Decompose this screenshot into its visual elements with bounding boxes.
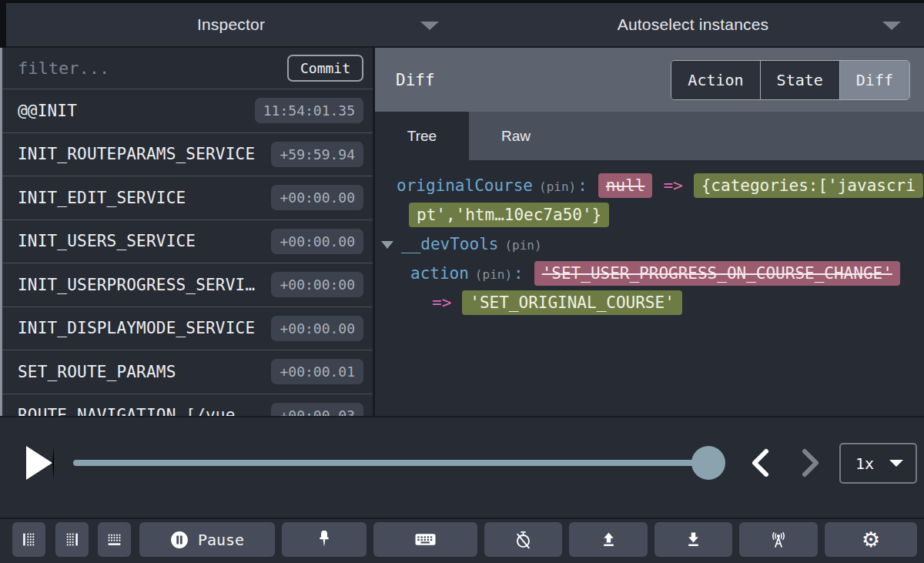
chevron-left-icon <box>748 447 772 478</box>
diff-row-original-course-wrap: pt','htm…10ec7a50'} <box>409 200 924 230</box>
action-timestamp: +00:00.03 <box>271 403 363 416</box>
dock-bottom-icon <box>106 531 122 548</box>
import-button[interactable] <box>654 522 732 557</box>
diff-panel: Diff Action State Diff Tree Raw original… <box>375 48 924 416</box>
diff-added-value: {categories:['javascri <box>694 173 923 198</box>
pause-icon <box>170 531 189 549</box>
pin-toggle[interactable]: (pin) <box>539 179 576 194</box>
monitor-selector-label: Inspector <box>197 15 265 34</box>
subtab-row: Tree Raw <box>375 112 924 160</box>
action-timestamp: +00:00.00 <box>271 316 363 341</box>
action-timestamp: 11:54:01.35 <box>255 98 363 123</box>
tab-diff[interactable]: Diff <box>839 61 909 99</box>
diff-row-original-course: originalCourse(pin):null=>{categories:['… <box>397 171 924 200</box>
diff-key[interactable]: action <box>410 264 469 283</box>
keyboard-icon <box>415 532 436 547</box>
commit-button[interactable]: Commit <box>287 55 363 82</box>
action-name: INIT_USERPROGRESS_SERVI… <box>18 276 265 294</box>
chevron-down-icon <box>882 22 901 30</box>
main-area: Commit @@INIT 11:54:01.35 INIT_ROUTEPARA… <box>0 48 924 416</box>
diff-row-action: action(pin):'SET_USER_PROGRESS_ON_COURSE… <box>410 259 924 288</box>
export-button[interactable] <box>569 522 648 557</box>
action-timestamp: +00:00.00 <box>271 229 363 254</box>
diff-arrow: => <box>432 293 451 312</box>
action-name: SET_ROUTE_PARAMS <box>18 363 265 381</box>
broadcast-antenna-icon <box>769 531 788 549</box>
action-timestamp: +00:00:00 <box>271 272 363 297</box>
action-timestamp: +00:00.00 <box>271 185 363 210</box>
instance-selector-label: Autoselect instances <box>618 15 769 34</box>
dock-right-button[interactable] <box>55 522 89 557</box>
gear-icon: ⚙ <box>862 529 880 550</box>
action-name: @@INIT <box>18 102 249 120</box>
action-list-panel: Commit @@INIT 11:54:01.35 INIT_ROUTEPARA… <box>2 48 373 416</box>
action-timestamp: +59:59.94 <box>271 142 363 167</box>
action-row-route-navigation[interactable]: ROUTE_NAVIGATION_[/vue +00:00.03 <box>2 394 373 417</box>
pin-icon <box>316 531 333 549</box>
lock-changes-button[interactable] <box>282 522 367 557</box>
view-tab-group: Action State Diff <box>671 60 910 100</box>
remote-button[interactable] <box>739 522 818 557</box>
instance-selector[interactable]: Autoselect instances <box>462 3 924 46</box>
diff-removed-value: 'SET_USER_PROGRESS_ON_COURSE_CHANGE' <box>534 261 900 286</box>
persist-timer-button[interactable] <box>484 522 562 557</box>
action-name: INIT_ROUTEPARAMS_SERVICE <box>18 145 265 163</box>
dock-left-button[interactable] <box>12 522 45 557</box>
diff-row-action-added: =>'SET_ORIGINAL_COURSE' <box>432 288 924 317</box>
diff-row-devtools: __devTools(pin) <box>381 230 924 259</box>
chevron-down-icon <box>889 460 903 467</box>
action-row-init[interactable]: @@INIT 11:54:01.35 <box>2 89 373 133</box>
step-forward-button[interactable] <box>799 447 822 481</box>
chevron-down-icon <box>420 22 439 30</box>
pause-button[interactable]: Pause <box>139 522 275 557</box>
timeline-slider[interactable] <box>73 460 724 466</box>
diff-key[interactable]: __devTools <box>401 235 498 253</box>
action-row-userprogress[interactable]: INIT_USERPROGRESS_SERVI… +00:00:00 <box>2 263 373 307</box>
pin-toggle[interactable]: (pin) <box>475 267 512 282</box>
tab-state[interactable]: State <box>760 61 839 99</box>
speed-value: 1x <box>855 454 874 473</box>
diff-panel-header: Diff Action State Diff <box>375 48 924 112</box>
step-back-button[interactable] <box>748 447 772 481</box>
stopwatch-off-icon <box>514 531 532 549</box>
action-name: INIT_DISPLAYMODE_SERVICE <box>18 319 265 337</box>
expander-icon[interactable] <box>381 241 393 249</box>
panel-title: Diff <box>396 71 435 89</box>
settings-button[interactable]: ⚙ <box>825 522 917 557</box>
diff-added-value-continued: pt','htm…10ec7a50'} <box>409 203 609 227</box>
subtab-raw[interactable]: Raw <box>469 112 563 160</box>
top-bar: Inspector Autoselect instances <box>0 0 924 48</box>
diff-arrow: => <box>663 176 682 195</box>
diff-tree: originalCourse(pin):null=>{categories:['… <box>375 160 924 317</box>
action-timestamp: +00:00.01 <box>271 359 363 384</box>
colon: : <box>514 264 524 283</box>
dock-left-icon <box>21 531 37 548</box>
dock-bottom-button[interactable] <box>98 522 131 557</box>
action-name: INIT_EDIT_SERVICE <box>18 189 265 207</box>
playback-bar <box>0 416 924 518</box>
filter-row: Commit <box>2 48 373 89</box>
action-name: ROUTE_NAVIGATION_[/vue <box>18 406 265 416</box>
upload-icon <box>601 531 617 548</box>
playback-speed-select[interactable]: 1x <box>839 443 917 484</box>
action-row-displaymode[interactable]: INIT_DISPLAYMODE_SERVICE +00:00.00 <box>2 307 373 351</box>
pin-toggle[interactable]: (pin) <box>504 238 541 253</box>
action-name: INIT_USERS_SERVICE <box>18 232 265 250</box>
play-button[interactable] <box>26 446 54 480</box>
chevron-right-icon <box>799 447 822 478</box>
slider-thumb[interactable] <box>691 446 725 480</box>
subtab-tree[interactable]: Tree <box>375 112 469 160</box>
diff-added-value: 'SET_ORIGINAL_COURSE' <box>462 290 682 315</box>
monitor-selector[interactable]: Inspector <box>0 3 462 46</box>
dispatcher-button[interactable] <box>373 522 477 557</box>
tab-action[interactable]: Action <box>671 61 759 99</box>
action-row-routeparams[interactable]: INIT_ROUTEPARAMS_SERVICE +59:59.94 <box>2 133 373 177</box>
action-row-edit-service[interactable]: INIT_EDIT_SERVICE +00:00.00 <box>2 176 373 220</box>
filter-input[interactable] <box>18 59 287 78</box>
diff-key[interactable]: originalCourse <box>397 176 533 195</box>
colon: : <box>578 176 588 195</box>
download-icon <box>685 531 701 548</box>
bottom-toolbar: Pause <box>0 518 924 563</box>
action-row-set-route-params[interactable]: SET_ROUTE_PARAMS +00:00.01 <box>2 350 373 394</box>
action-row-users-service[interactable]: INIT_USERS_SERVICE +00:00.00 <box>2 220 373 264</box>
